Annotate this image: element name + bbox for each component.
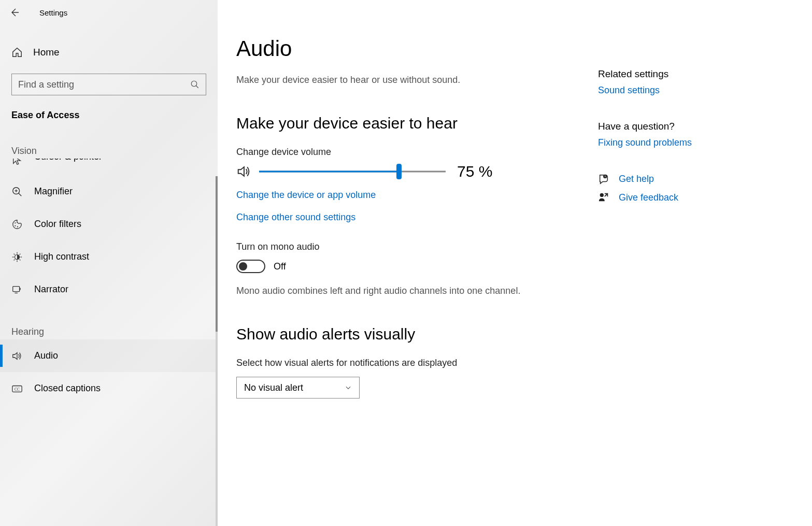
title-bar: Settings	[0, 0, 218, 25]
visual-alert-label: Select how visual alerts for notificatio…	[236, 358, 589, 368]
svg-point-6	[15, 222, 16, 223]
nav-label: Audio	[34, 350, 58, 361]
sidebar-home-label: Home	[33, 47, 60, 58]
volume-row: 75 %	[236, 163, 589, 180]
sidebar-item-cursor-pointer[interactable]: Cursor & pointer	[0, 159, 218, 175]
group-header-hearing: Hearing	[0, 326, 218, 337]
nav-label: Closed captions	[34, 383, 101, 394]
content: Audio Make your device easier to hear or…	[236, 36, 589, 526]
arrow-left-icon	[9, 7, 20, 18]
volume-percent: 75 %	[457, 163, 492, 180]
contrast-icon	[11, 251, 23, 263]
category-header: Ease of Access	[0, 95, 218, 121]
sidebar-item-narrator[interactable]: Narrator	[0, 273, 218, 306]
sidebar: Settings Home Ease of Access Vision Curs…	[0, 0, 218, 526]
question-hdr: Have a question?	[598, 121, 786, 132]
home-icon	[11, 47, 23, 58]
nav-label: Narrator	[34, 284, 68, 295]
section-audio-alerts: Show audio alerts visually	[236, 325, 589, 343]
give-feedback-row[interactable]: Give feedback	[598, 192, 786, 203]
link-other-sound-settings[interactable]: Change other sound settings	[236, 212, 355, 223]
mono-audio-toggle[interactable]	[236, 260, 265, 273]
volume-icon	[236, 164, 252, 179]
nav-label: High contrast	[34, 251, 89, 262]
svg-point-24	[600, 193, 604, 197]
sidebar-item-high-contrast[interactable]: High contrast	[0, 240, 218, 273]
svg-line-17	[20, 253, 21, 254]
svg-rect-18	[13, 286, 20, 291]
svg-line-3	[19, 193, 22, 196]
svg-line-16	[14, 259, 15, 260]
related-settings-hdr: Related settings	[598, 68, 786, 80]
link-get-help[interactable]: Get help	[619, 174, 654, 184]
svg-text:CC: CC	[15, 387, 20, 391]
back-button[interactable]	[7, 5, 22, 20]
slider-fill	[259, 171, 399, 173]
sidebar-item-audio[interactable]: Audio	[0, 339, 218, 372]
search-input[interactable]	[18, 79, 190, 90]
sidebar-item-closed-captions[interactable]: CC Closed captions	[0, 372, 218, 405]
palette-icon	[11, 219, 23, 230]
app-title: Settings	[39, 8, 67, 17]
main-area: Audio Make your device easier to hear or…	[218, 0, 812, 526]
support-block: ? Get help Give feedback	[598, 173, 786, 203]
section-easier-to-hear: Make your device easier to hear	[236, 115, 589, 132]
nav-label: Color filters	[34, 219, 81, 230]
cc-icon: CC	[11, 383, 23, 394]
visual-alert-select[interactable]: No visual alert	[236, 377, 360, 399]
nav-label: Magnifier	[34, 186, 73, 197]
link-fixing-sound[interactable]: Fixing sound problems	[598, 137, 786, 148]
volume-label: Change device volume	[236, 147, 589, 158]
volume-slider[interactable]	[259, 164, 446, 179]
mono-toggle-row: Off	[236, 260, 589, 273]
feedback-icon	[598, 192, 609, 203]
svg-text:?: ?	[604, 175, 606, 178]
svg-point-7	[15, 225, 16, 226]
related-settings-block: Related settings Sound settings	[598, 68, 786, 96]
link-change-device-volume[interactable]: Change the device or app volume	[236, 190, 376, 201]
search-box[interactable]	[11, 74, 206, 95]
link-give-feedback[interactable]: Give feedback	[619, 192, 678, 203]
page-title: Audio	[236, 36, 589, 61]
toggle-knob	[239, 262, 247, 271]
magnifier-icon	[11, 186, 23, 197]
svg-line-1	[196, 86, 198, 88]
svg-line-14	[14, 253, 15, 254]
question-block: Have a question? Fixing sound problems	[598, 121, 786, 148]
link-sound-settings[interactable]: Sound settings	[598, 85, 786, 96]
narrator-icon	[11, 284, 23, 295]
cursor-icon	[11, 159, 23, 166]
sidebar-item-color-filters[interactable]: Color filters	[0, 208, 218, 240]
group-header-vision: Vision	[0, 146, 218, 157]
scrollbar-thumb[interactable]	[216, 176, 218, 332]
help-icon: ?	[598, 173, 609, 184]
sidebar-home[interactable]: Home	[0, 40, 218, 64]
sidebar-scrollbar[interactable]	[216, 176, 218, 526]
svg-point-8	[17, 226, 18, 227]
nav-label: Cursor & pointer	[34, 159, 102, 162]
mono-state-label: Off	[274, 261, 286, 272]
sidebar-item-magnifier[interactable]: Magnifier	[0, 175, 218, 208]
slider-thumb[interactable]	[396, 164, 402, 179]
chevron-down-icon	[345, 384, 352, 391]
get-help-row[interactable]: ? Get help	[598, 173, 786, 184]
right-rail: Related settings Sound settings Have a q…	[589, 36, 786, 526]
select-value: No visual alert	[244, 382, 303, 393]
mono-description: Mono audio combines left and right audio…	[236, 286, 589, 296]
speaker-icon	[11, 350, 23, 362]
page-subtitle: Make your device easier to hear or use w…	[236, 75, 589, 86]
search-icon	[190, 80, 200, 89]
mono-audio-label: Turn on mono audio	[236, 241, 589, 252]
svg-point-0	[191, 81, 197, 87]
nav-list: Cursor & pointer Magnifier Color filters…	[0, 159, 218, 405]
svg-line-15	[20, 259, 21, 260]
